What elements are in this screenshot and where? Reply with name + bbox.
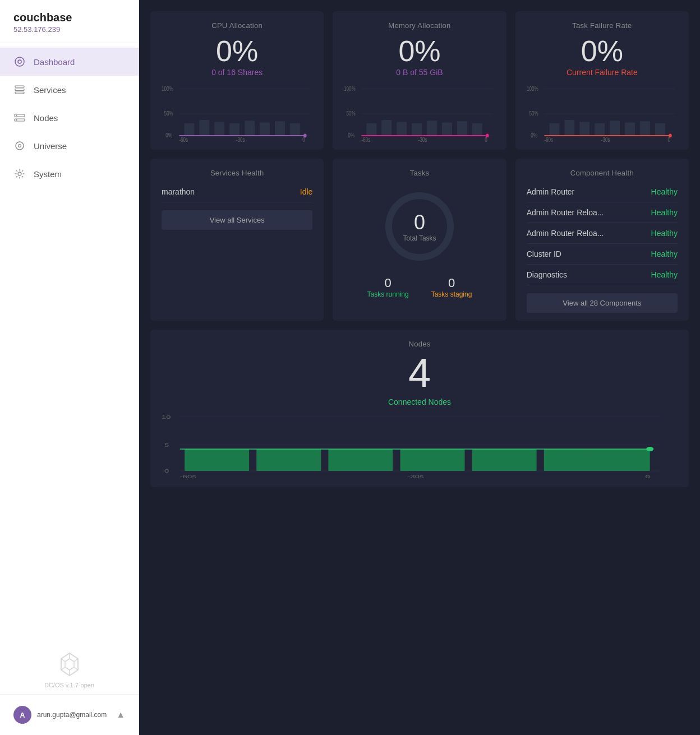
svg-rect-45 [397, 122, 407, 135]
svg-text:5: 5 [164, 442, 169, 448]
tasks-running-value: 0 [367, 276, 409, 290]
service-status: Idle [300, 187, 313, 196]
tasks-donut-label: 0 Total Tasks [403, 211, 436, 242]
cpu-subtitle: 0 of 16 Shares [162, 68, 312, 77]
user-email: arun.gupta@gmail.com [37, 711, 107, 719]
tasks-title: Tasks [344, 169, 495, 177]
component-name-2: Admin Router Reloa... [527, 229, 604, 238]
svg-rect-86 [472, 449, 537, 471]
tasks-staging-label: Tasks staging [431, 290, 472, 298]
view-all-services-button[interactable]: View all Services [162, 210, 312, 230]
user-avatar: A [13, 706, 31, 724]
svg-text:-60s: -60s [180, 474, 196, 479]
svg-point-11 [18, 172, 21, 175]
svg-text:10: 10 [162, 414, 171, 420]
svg-rect-82 [185, 449, 249, 471]
health-row: Services Health marathon Idle View all S… [150, 159, 689, 321]
svg-text:-30s: -30s [601, 137, 610, 142]
memory-card-title: Memory Allocation [344, 21, 495, 30]
svg-text:-60s: -60s [362, 137, 371, 142]
svg-rect-68 [640, 121, 650, 136]
task-failure-chart: 100% 50% 0% -60s -30s 0 [527, 86, 678, 142]
memory-allocation-card: Memory Allocation 0% 0 B of 55 GiB 100% … [333, 11, 506, 150]
svg-text:-30s: -30s [236, 137, 245, 142]
sidebar-nav: Dashboard Services [0, 43, 139, 639]
service-name: marathon [162, 187, 195, 196]
svg-rect-62 [549, 123, 559, 136]
service-list-item: marathon Idle [162, 182, 312, 202]
component-row-2: Admin Router Reloa... Healthy [527, 223, 678, 244]
component-row-3: Cluster ID Healthy [527, 244, 678, 265]
svg-rect-4 [15, 92, 24, 94]
svg-rect-29 [260, 123, 270, 136]
sidebar-item-nodes[interactable]: Nodes [0, 104, 139, 132]
svg-rect-65 [595, 123, 605, 136]
sidebar-logo: couchbase [13, 11, 125, 24]
svg-rect-83 [256, 449, 321, 471]
cpu-card-title: CPU Allocation [162, 21, 312, 30]
svg-rect-88 [586, 449, 650, 471]
sidebar-item-universe[interactable]: Universe [0, 132, 139, 160]
svg-text:0: 0 [485, 137, 487, 142]
tasks-staging-stat: 0 Tasks staging [431, 276, 472, 298]
svg-rect-28 [245, 121, 255, 136]
sidebar-item-dashboard[interactable]: Dashboard [0, 48, 139, 76]
svg-text:50%: 50% [347, 111, 356, 117]
chevron-up-icon: ▲ [116, 710, 125, 720]
svg-rect-64 [579, 122, 590, 135]
component-name-0: Admin Router [527, 187, 575, 196]
sidebar-ip: 52.53.176.239 [13, 25, 125, 34]
tasks-total-value: 0 [403, 211, 436, 234]
user-row[interactable]: A arun.gupta@gmail.com ▲ [9, 701, 130, 728]
svg-rect-3 [15, 89, 24, 91]
dashboard-icon [13, 56, 26, 68]
services-health-title: Services Health [162, 169, 312, 177]
tasks-running-label: Tasks running [367, 290, 409, 298]
svg-point-0 [15, 57, 24, 66]
svg-point-7 [16, 115, 17, 116]
svg-text:100%: 100% [527, 86, 538, 92]
tasks-stats: 0 Tasks running 0 Tasks staging [367, 276, 472, 298]
component-name-3: Cluster ID [527, 249, 561, 258]
svg-text:100%: 100% [344, 86, 356, 92]
svg-text:50%: 50% [529, 111, 538, 117]
component-health-title: Component Health [527, 169, 678, 177]
svg-rect-84 [328, 449, 393, 471]
brand-version-label: DC/OS v.1.7-open [44, 682, 94, 688]
svg-rect-85 [400, 449, 465, 471]
sidebar-label-system: System [34, 169, 62, 179]
nodes-icon [13, 112, 26, 124]
main-content: CPU Allocation 0% 0 of 16 Shares 100% 50… [139, 0, 700, 735]
memory-subtitle: 0 B of 55 GiB [344, 68, 495, 77]
svg-text:0: 0 [164, 468, 169, 474]
svg-rect-66 [610, 121, 620, 136]
svg-text:0: 0 [667, 137, 670, 142]
memory-chart: 100% 50% 0% -60s -30s 0 [344, 86, 495, 142]
component-name-4: Diagnostics [527, 270, 567, 279]
svg-line-17 [61, 659, 65, 662]
tasks-running-stat: 0 Tasks running [367, 276, 409, 298]
task-failure-value: 0% [527, 36, 678, 66]
sidebar-footer: A arun.gupta@gmail.com ▲ [0, 694, 139, 735]
sidebar-label-universe: Universe [34, 141, 67, 151]
services-health-card: Services Health marathon Idle View all S… [150, 159, 324, 321]
sidebar-item-services[interactable]: Services [0, 76, 139, 104]
svg-rect-31 [290, 123, 300, 136]
component-status-2: Healthy [651, 229, 678, 238]
nodes-connected-label: Connected Nodes [162, 397, 678, 406]
svg-rect-25 [199, 120, 209, 136]
brand-logo-icon [56, 650, 84, 678]
sidebar-item-system[interactable]: System [0, 160, 139, 188]
svg-point-90 [646, 447, 653, 451]
svg-text:0%: 0% [531, 132, 537, 138]
cpu-allocation-card: CPU Allocation 0% 0 of 16 Shares 100% 50… [150, 11, 324, 150]
nodes-count: 4 [162, 353, 678, 393]
view-all-components-button[interactable]: View all 28 Components [527, 293, 678, 313]
svg-text:-60s: -60s [179, 137, 188, 142]
sidebar: couchbase 52.53.176.239 Dashboard [0, 0, 139, 735]
universe-icon [13, 140, 26, 152]
svg-point-1 [18, 60, 21, 63]
svg-rect-67 [625, 123, 635, 136]
svg-text:0%: 0% [165, 132, 172, 138]
task-failure-card-title: Task Failure Rate [527, 21, 678, 30]
